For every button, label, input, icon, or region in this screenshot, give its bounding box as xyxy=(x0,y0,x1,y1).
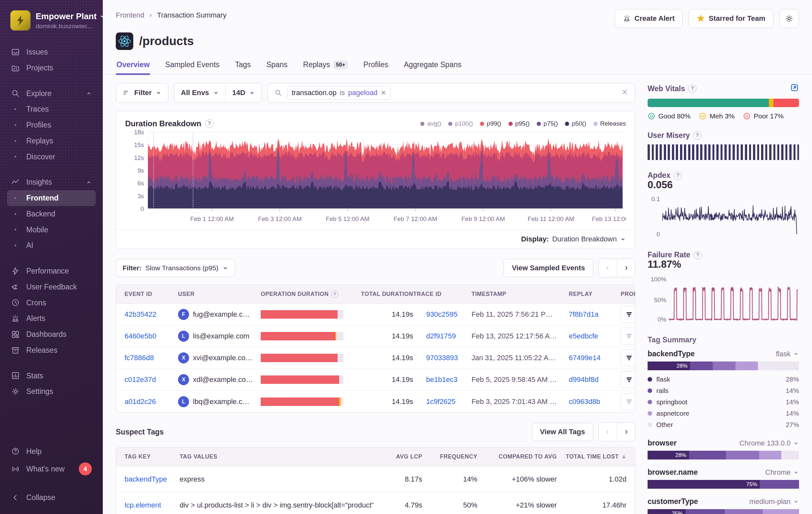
display-dropdown[interactable]: Display: Duration Breakdown xyxy=(116,229,635,249)
tab-profiles[interactable]: Profiles xyxy=(363,58,389,74)
replay-link[interactable]: c0963d8b xyxy=(569,398,600,406)
sidebar-item-projects[interactable]: Projects xyxy=(7,60,96,76)
tag-distribution-bar[interactable]: 28% xyxy=(647,361,799,370)
web-vitals-bar[interactable] xyxy=(647,99,799,107)
legend-item-p95[interactable]: p95() xyxy=(509,120,529,127)
sidebar-collapse-button[interactable]: Collapse xyxy=(7,490,96,506)
sidebar-item-discover[interactable]: Discover xyxy=(7,149,96,165)
trace-id-link[interactable]: d2f91759 xyxy=(426,332,456,340)
tag-value-dropdown[interactable]: Chrome 133.0.0 xyxy=(740,439,799,448)
tab-aggregate-spans[interactable]: Aggregate Spans xyxy=(403,58,462,74)
sidebar-item-releases[interactable]: Releases xyxy=(7,342,96,358)
sidebar-item-ai[interactable]: AI xyxy=(7,238,96,253)
tag-value-dropdown[interactable]: medium-plan xyxy=(749,497,799,506)
sidebar-item-backend[interactable]: Backend xyxy=(7,206,96,222)
env-select[interactable]: All Envs xyxy=(181,88,209,97)
search-token[interactable]: transaction.op is pageload ✕ xyxy=(287,86,390,100)
sidebar-item-settings[interactable]: Settings xyxy=(7,383,96,400)
sidebar-item-replays[interactable]: Replays xyxy=(7,133,96,149)
search-clear-icon[interactable] xyxy=(621,88,629,98)
sidebar-item-performance[interactable]: Performance xyxy=(7,263,96,279)
profile-button[interactable] xyxy=(621,371,635,388)
next-page-button[interactable] xyxy=(617,259,635,277)
event-id-link[interactable]: c012e37d xyxy=(124,375,156,383)
duration-breakdown-chart[interactable]: 18s15s12s9s6s3s0Feb 1 12:00 AMFeb 3 12:0… xyxy=(125,128,626,225)
sidebar-item-alerts[interactable]: Alerts xyxy=(7,310,96,326)
tag-value-dropdown[interactable]: flask xyxy=(776,350,799,358)
event-id-link[interactable]: fc7886d8 xyxy=(124,354,154,362)
token-remove-icon[interactable]: ✕ xyxy=(381,89,386,97)
tag-legend-item[interactable]: rails14% xyxy=(647,385,799,396)
tab-spans[interactable]: Spans xyxy=(266,58,288,74)
profile-button[interactable] xyxy=(621,328,635,345)
trace-id-link[interactable]: 930c2595 xyxy=(426,310,458,318)
event-id-link[interactable]: 42b35422 xyxy=(124,310,156,318)
sidebar-item-mobile[interactable]: Mobile xyxy=(7,222,96,238)
trace-id-link[interactable]: be1b1ec3 xyxy=(426,375,458,383)
create-alert-button[interactable]: Create Alert xyxy=(615,9,683,28)
tag-distribution-bar[interactable]: 28% xyxy=(647,451,799,459)
org-switcher[interactable]: Empower Plant dominik.buszowiec... xyxy=(10,10,94,30)
tag-legend-item[interactable]: aspnetcore14% xyxy=(647,408,799,419)
starred-for-team-button[interactable]: ★ Starred for Team xyxy=(689,9,774,28)
replay-link[interactable]: d994bf8d xyxy=(569,375,599,383)
legend-item-p100[interactable]: p100() xyxy=(448,120,473,127)
previous-page-button[interactable] xyxy=(599,423,617,441)
tab-overview[interactable]: Overview xyxy=(116,58,150,74)
help-icon[interactable]: ? xyxy=(205,119,214,128)
tab-tags[interactable]: Tags xyxy=(234,58,252,74)
sidebar-item-explore[interactable]: Explore xyxy=(7,86,96,102)
sidebar-item-crons[interactable]: Crons xyxy=(7,295,96,311)
tag-value-dropdown[interactable]: Chrome xyxy=(765,468,799,477)
tag-legend-item[interactable]: Other27% xyxy=(647,419,799,430)
view-sampled-events-button[interactable]: View Sampled Events xyxy=(503,259,593,277)
tag-legend-item[interactable]: springboot14% xyxy=(647,396,799,408)
open-in-new-icon[interactable] xyxy=(790,83,799,94)
help-icon[interactable]: ? xyxy=(693,131,701,140)
view-all-tags-button[interactable]: View All Tags xyxy=(532,423,593,441)
tag-distribution-bar[interactable]: 75% xyxy=(647,480,799,489)
transactions-filter-dropdown[interactable]: Filter: Slow Transactions (p95) xyxy=(116,259,235,277)
sidebar-item-what-s-new[interactable]: What's new4 xyxy=(7,459,96,479)
profile-button[interactable] xyxy=(621,350,635,367)
sidebar-item-issues[interactable]: Issues xyxy=(7,44,96,60)
replay-link[interactable]: e5edbcfe xyxy=(569,332,598,340)
replay-link[interactable]: 67499e14 xyxy=(569,354,601,362)
legend-item-p75[interactable]: p75() xyxy=(537,120,558,127)
tab-replays[interactable]: Replays50+ xyxy=(302,58,349,74)
profile-button[interactable] xyxy=(621,306,635,323)
replay-link[interactable]: 7f8b7d1a xyxy=(569,310,599,318)
legend-item-Releases[interactable]: Releases xyxy=(593,120,626,127)
next-page-button[interactable] xyxy=(617,423,635,441)
help-icon[interactable]: ? xyxy=(673,171,682,180)
trace-id-link[interactable]: 97033893 xyxy=(426,354,458,362)
sidebar-item-help[interactable]: Help xyxy=(7,443,96,459)
legend-item-avg[interactable]: avg() xyxy=(420,120,441,127)
tag-key-link[interactable]: backendType xyxy=(124,475,167,483)
previous-page-button[interactable] xyxy=(599,259,617,277)
trace-id-link[interactable]: 1c9f2625 xyxy=(426,398,456,406)
tag-legend-item[interactable]: flask28% xyxy=(647,374,799,385)
help-icon[interactable]: ? xyxy=(688,84,697,93)
legend-item-p99[interactable]: p99() xyxy=(480,120,501,127)
settings-button[interactable] xyxy=(779,9,799,28)
sidebar-item-profiles[interactable]: Profiles xyxy=(7,117,96,133)
tab-sampled-events[interactable]: Sampled Events xyxy=(165,58,220,74)
legend-item-p50[interactable]: p50() xyxy=(565,120,586,127)
sidebar-item-frontend[interactable]: Frontend xyxy=(7,190,96,206)
sidebar-item-insights[interactable]: Insights xyxy=(7,174,96,190)
help-icon[interactable]: ? xyxy=(694,251,702,259)
sidebar-item-traces[interactable]: Traces xyxy=(7,101,96,117)
help-icon[interactable]: ? xyxy=(331,291,338,298)
tag-key-link[interactable]: lcp.element xyxy=(124,501,161,509)
sidebar-item-dashboards[interactable]: Dashboards xyxy=(7,326,96,342)
search-input[interactable]: transaction.op is pageload ✕ xyxy=(267,83,635,103)
event-id-link[interactable]: a01d2c26 xyxy=(124,398,156,406)
sidebar-item-user-feedback[interactable]: User Feedback xyxy=(7,279,96,295)
tag-distribution-bar[interactable]: 25% xyxy=(647,509,799,514)
profile-button[interactable] xyxy=(621,393,635,410)
breadcrumb-frontend[interactable]: Frontend xyxy=(116,11,144,20)
event-id-link[interactable]: 6460e5b0 xyxy=(124,332,156,340)
period-select[interactable]: 14D xyxy=(232,88,245,97)
sidebar-item-stats[interactable]: Stats xyxy=(7,368,96,384)
